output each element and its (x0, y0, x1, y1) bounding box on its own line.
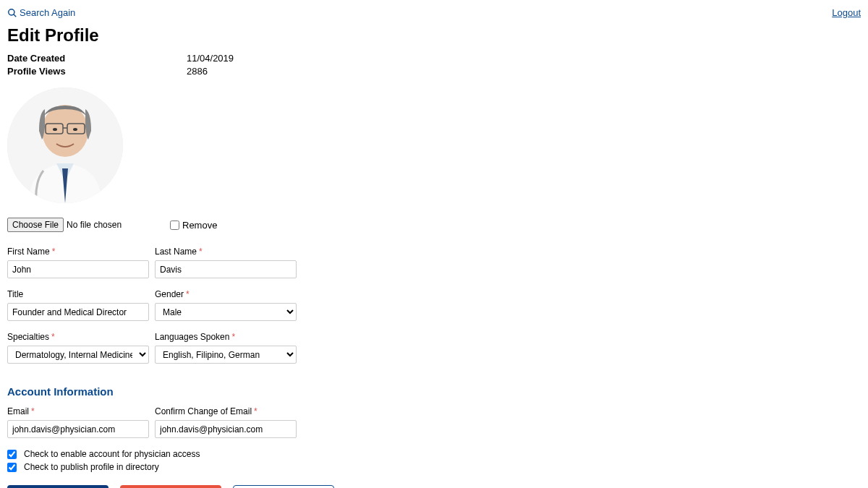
first-name-label: First Name* (7, 247, 149, 257)
update-button[interactable]: UPDATE (7, 485, 109, 488)
remove-photo-label[interactable]: Remove (170, 220, 217, 231)
date-created-value: 11/04/2019 (187, 53, 234, 64)
search-again-text: Search Again (20, 7, 75, 18)
gender-group: Gender* Male (155, 289, 297, 321)
svg-point-0 (9, 9, 14, 14)
delete-button[interactable]: DELETE (120, 485, 221, 488)
publish-directory-text: Check to publish profile in directory (24, 462, 159, 472)
gender-label: Gender* (155, 289, 297, 299)
account-info-header: Account Information (7, 385, 861, 398)
physician-access-checkbox[interactable] (7, 450, 17, 459)
remove-photo-checkbox[interactable] (170, 221, 179, 230)
search-icon (7, 8, 17, 18)
first-name-input[interactable] (7, 260, 149, 278)
specialties-group: Specialties* Dermatology, Internal Medic… (7, 332, 149, 364)
last-name-input[interactable] (155, 260, 297, 278)
physician-access-row[interactable]: Check to enable account for physician ac… (7, 449, 861, 459)
logout-link[interactable]: Logout (832, 7, 861, 18)
profile-views-row: Profile Views 2886 (7, 66, 861, 77)
languages-select[interactable]: English, Filipino, German (155, 346, 297, 364)
last-name-label: Last Name* (155, 247, 297, 257)
confirm-email-input[interactable] (155, 420, 297, 438)
languages-group: Languages Spoken* English, Filipino, Ger… (155, 332, 297, 364)
specialties-select[interactable]: Dermatology, Internal Medicine, Obstetri… (7, 346, 149, 364)
avatar-image (7, 87, 123, 203)
svg-point-4 (53, 128, 57, 131)
file-input[interactable]: Choose File No file chosen (7, 218, 170, 232)
email-group: Email* (7, 406, 149, 438)
languages-label: Languages Spoken* (155, 332, 297, 342)
title-group: Title (7, 289, 149, 321)
remove-photo-text: Remove (182, 220, 217, 231)
date-created-row: Date Created 11/04/2019 (7, 53, 861, 64)
svg-point-3 (42, 105, 88, 157)
last-name-group: Last Name* (155, 247, 297, 278)
no-file-chosen-text: No file chosen (67, 220, 122, 230)
back-button[interactable]: BACK (233, 485, 334, 488)
publish-directory-checkbox[interactable] (7, 463, 17, 472)
page-title: Edit Profile (7, 25, 861, 46)
avatar (7, 87, 123, 203)
svg-line-1 (14, 14, 17, 17)
profile-views-value: 2886 (187, 66, 208, 77)
choose-file-button[interactable]: Choose File (7, 218, 64, 232)
date-created-label: Date Created (7, 53, 187, 64)
top-bar: Search Again Logout (7, 7, 861, 18)
title-input[interactable] (7, 303, 149, 321)
publish-directory-row[interactable]: Check to publish profile in directory (7, 462, 861, 472)
specialties-label: Specialties* (7, 332, 149, 342)
email-input[interactable] (7, 420, 149, 438)
confirm-email-group: Confirm Change of Email* (155, 406, 297, 438)
profile-views-label: Profile Views (7, 66, 187, 77)
button-row: UPDATE DELETE BACK (7, 485, 861, 488)
confirm-email-label: Confirm Change of Email* (155, 406, 297, 416)
search-again-link[interactable]: Search Again (7, 7, 75, 18)
first-name-group: First Name* (7, 247, 149, 278)
gender-select[interactable]: Male (155, 303, 297, 321)
svg-point-5 (73, 128, 77, 131)
physician-access-text: Check to enable account for physician ac… (24, 449, 200, 459)
email-label: Email* (7, 406, 149, 416)
title-label: Title (7, 289, 149, 299)
file-upload-row: Choose File No file chosen Remove (7, 218, 861, 232)
